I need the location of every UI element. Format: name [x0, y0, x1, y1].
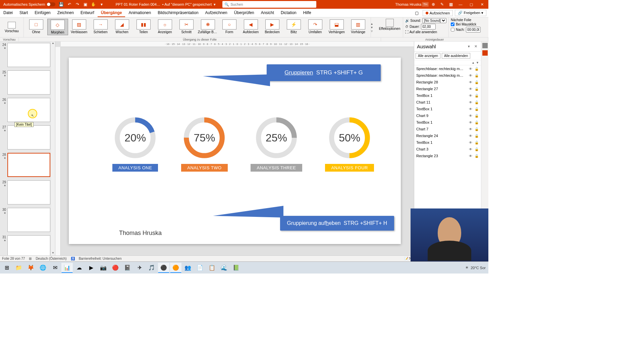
- transition-bedecken[interactable]: ▶Bedecken: [262, 19, 283, 35]
- hide-all-button[interactable]: Alle ausblenden: [442, 53, 470, 59]
- lock-icon[interactable]: 🔓: [474, 154, 479, 158]
- transition-teilen[interactable]: ▮▮Teilen: [133, 19, 154, 35]
- move-up-icon[interactable]: ▲: [472, 61, 475, 64]
- qat-more-icon[interactable]: ▾: [99, 1, 105, 7]
- firefox-icon[interactable]: 🦊: [25, 263, 37, 273]
- menu-bildschirmpräsentation[interactable]: Bildschirmpräsentation: [154, 9, 202, 17]
- menu-ansicht[interactable]: Ansicht: [258, 9, 277, 17]
- language-label[interactable]: Deutsch (Österreich): [36, 257, 66, 260]
- pane-dropdown-icon[interactable]: ▾: [466, 44, 472, 49]
- slide-counter[interactable]: Folie 28 von 77: [2, 257, 25, 260]
- vlc-icon[interactable]: ▶: [86, 263, 97, 273]
- selection-item[interactable]: TextBox 1👁🔓: [414, 139, 481, 146]
- selection-item[interactable]: Rectangle 23👁🔓: [414, 153, 481, 159]
- selection-item[interactable]: Chart 11👁🔓: [414, 99, 481, 106]
- toggle-switch[interactable]: [47, 2, 55, 6]
- slide-canvas[interactable]: Gruppieren STRG +SHIFT+ G 20% ANALYSIS O…: [69, 58, 401, 244]
- system-tray[interactable]: ☀ 20°C Sor: [465, 265, 488, 270]
- transition-blitz[interactable]: ⚡Blitz: [283, 19, 304, 35]
- menu-animationen[interactable]: Animationen: [125, 9, 154, 17]
- lock-icon[interactable]: 🔓: [474, 80, 479, 84]
- excel-icon[interactable]: 📗: [230, 263, 242, 273]
- lock-icon[interactable]: 🔓: [474, 127, 479, 131]
- touch-icon[interactable]: ✋: [91, 1, 97, 7]
- teams-icon[interactable]: 👥: [182, 263, 194, 273]
- maximize-button[interactable]: ▢: [466, 0, 476, 9]
- word-icon[interactable]: 📄: [194, 263, 206, 273]
- app-icon-4[interactable]: 🎵: [146, 263, 157, 273]
- visibility-icon[interactable]: 👁: [468, 100, 473, 105]
- lock-icon[interactable]: 🔓: [474, 107, 479, 111]
- autosave-toggle[interactable]: Automatisches Speichern: [1, 2, 57, 6]
- sync-icon[interactable]: ⊕: [430, 1, 436, 7]
- lock-icon[interactable]: 🔓: [474, 113, 479, 118]
- app-icon-2[interactable]: 📷: [98, 263, 109, 273]
- menu-übergänge[interactable]: Übergänge: [98, 9, 125, 17]
- record-button[interactable]: Aufzeichnen: [423, 10, 453, 16]
- selection-item[interactable]: Chart 9👁🔓: [414, 112, 481, 119]
- powerpoint-icon[interactable]: 📊: [61, 263, 73, 273]
- scroll-up-icon[interactable]: ▲: [51, 42, 55, 46]
- slide-thumb-29[interactable]: [7, 180, 50, 204]
- obs-icon[interactable]: ⚫: [158, 263, 169, 273]
- after-input[interactable]: [466, 27, 481, 33]
- slide-thumb-28[interactable]: [7, 153, 50, 177]
- close-button[interactable]: ✕: [477, 0, 487, 9]
- duration-input[interactable]: [421, 24, 436, 29]
- menu-start[interactable]: Start: [16, 9, 31, 17]
- app-icon-3[interactable]: 🔴: [110, 263, 121, 273]
- lock-icon[interactable]: 🔓: [474, 120, 479, 125]
- app-icon-1[interactable]: ☁: [73, 263, 85, 273]
- visibility-icon[interactable]: 👁: [468, 133, 473, 138]
- selection-item[interactable]: Chart 3👁🔓: [414, 146, 481, 153]
- transition-morphen[interactable]: ◇Morphen: [47, 19, 68, 35]
- transition-vorhänge[interactable]: ▥Vorhänge: [348, 19, 369, 35]
- thumbnail-scrollbar[interactable]: ▲ ▼: [51, 42, 55, 255]
- chevron-down-icon[interactable]: ▾: [214, 2, 216, 7]
- transition-verblassen[interactable]: ▨Verblassen: [69, 19, 90, 35]
- transition-anzeigen[interactable]: ☼Anzeigen: [155, 19, 175, 35]
- start-button[interactable]: ⊞: [1, 263, 12, 273]
- selection-item[interactable]: Rectangle 24👁🔓: [414, 132, 481, 139]
- selection-item[interactable]: Chart 7👁🔓: [414, 126, 481, 132]
- after-checkbox[interactable]: [451, 28, 454, 32]
- save-icon[interactable]: 💾: [58, 1, 64, 7]
- lock-icon[interactable]: 🔓: [474, 66, 479, 71]
- menu-aufzeichnen[interactable]: Aufzeichnen: [202, 9, 231, 17]
- menu-zeichnen[interactable]: Zeichnen: [54, 9, 77, 17]
- lock-icon[interactable]: 🔓: [474, 86, 479, 91]
- transition-ohne[interactable]: □Ohne: [26, 19, 47, 35]
- slide-thumb-27[interactable]: [7, 125, 50, 149]
- move-down-icon[interactable]: ▼: [476, 61, 479, 64]
- lock-icon[interactable]: 🔓: [474, 93, 479, 98]
- menu-hilfe[interactable]: Hilfe: [300, 9, 315, 17]
- lock-icon[interactable]: 🔓: [474, 100, 479, 105]
- gallery-more[interactable]: ▴▾▿: [371, 17, 376, 37]
- show-all-button[interactable]: Alle anzeigen: [416, 53, 440, 59]
- edge-icon[interactable]: 🌊: [218, 263, 230, 273]
- search-input[interactable]: 🔍: [222, 1, 316, 8]
- ribbon-options-icon[interactable]: ▢: [413, 10, 421, 16]
- selection-item[interactable]: Sprechblase: rechteckig m…👁🔓: [414, 72, 481, 79]
- preview-button[interactable]: Vorschau: [2, 20, 21, 34]
- transition-aufdecken[interactable]: ◀Aufdecken: [240, 19, 261, 35]
- visibility-icon[interactable]: 👁: [468, 80, 473, 84]
- transition-zufällige ba…[interactable]: ❋Zufällige Ba…: [198, 19, 218, 35]
- selection-item[interactable]: Rectangle 28👁🔓: [414, 79, 481, 85]
- visibility-icon[interactable]: 👁: [468, 73, 473, 78]
- learn-icon[interactable]: ✎: [439, 1, 445, 7]
- transition-umfallen[interactable]: ↷Umfallen: [305, 19, 326, 35]
- selection-item[interactable]: TextBox 1👁🔓: [414, 119, 481, 126]
- slide-thumb-24[interactable]: [7, 43, 50, 67]
- app-icon[interactable]: ▦: [448, 1, 454, 7]
- visibility-icon[interactable]: 👁: [468, 154, 473, 158]
- lock-icon[interactable]: 🔓: [474, 73, 479, 78]
- visibility-icon[interactable]: 👁: [468, 120, 473, 125]
- present-icon[interactable]: ▣: [83, 1, 89, 7]
- lock-icon[interactable]: 🔓: [474, 140, 479, 145]
- share-button[interactable]: 🔗 Freigeben ▾: [455, 10, 486, 16]
- selection-item[interactable]: TextBox 1👁🔓: [414, 106, 481, 112]
- menu-datei[interactable]: Datei: [0, 9, 16, 17]
- transition-schieben[interactable]: →Schieben: [90, 19, 111, 35]
- slide-thumb-30[interactable]: [7, 208, 50, 232]
